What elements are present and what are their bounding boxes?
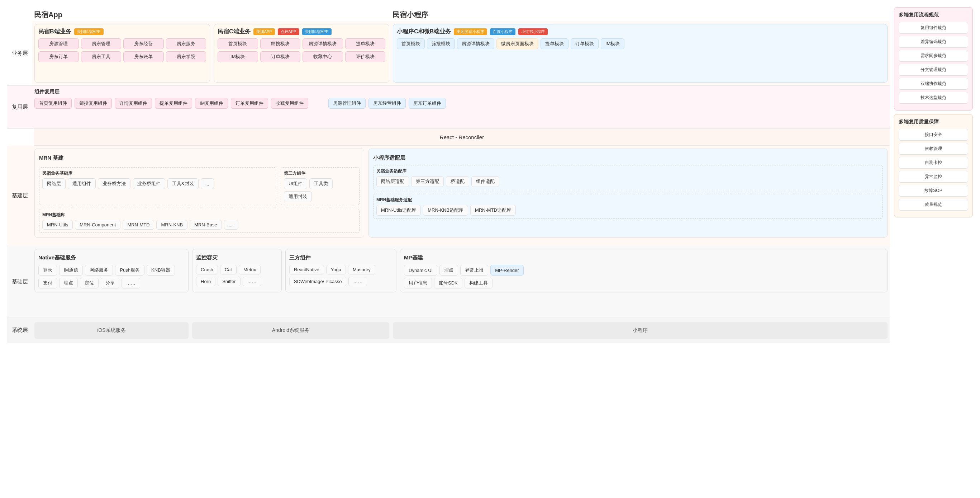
third-base-chip: Masonry [348, 265, 375, 275]
mp-base-chip: 用户信息 [404, 278, 432, 289]
third-party-title: 第三方组件 [284, 171, 356, 177]
native-chip: 登录 [38, 265, 57, 276]
system-mp: 小程序 [393, 322, 888, 339]
b-end-badge: 美团民宿APP [74, 28, 103, 35]
mp-adapt-chip: 组件适配 [471, 176, 499, 187]
norm-item: 差异编码规范 [899, 36, 968, 48]
system-android: Android系统服务 [192, 322, 389, 339]
mp-foundation-title: 小程序适配层 [373, 153, 883, 163]
reuse-chip: 首页复用组件 [34, 98, 72, 109]
reuse-layer-title: 组件复用层 [34, 89, 888, 95]
third-base-chip: SDWebImage/ Picasso [289, 277, 346, 286]
third-chip: UI组件 [284, 178, 307, 189]
foundation-layer-label: 基建层 [7, 146, 32, 246]
biz-lib-chip: 工具&封装 [167, 178, 199, 189]
biz-lib-chip: 通用组件 [68, 178, 96, 189]
mp-base-chip: 埋点 [439, 265, 458, 276]
monitor-chip: Horn [196, 277, 215, 286]
monitor-title: 监控容灾 [196, 253, 278, 263]
quality-item: 依赖管理 [899, 143, 968, 155]
reuse-chip: 详情复用组件 [115, 98, 152, 109]
mp-module-chip: 筛搜模块 [427, 38, 455, 49]
third-chip: 工具类 [309, 178, 332, 189]
mrn-base-chip: MRN-Component [75, 220, 121, 230]
c-badge-3: 美团民宿APP [302, 28, 332, 35]
native-base-title: Native基础服务 [38, 253, 185, 263]
reuse-chip: 收藏复用组件 [271, 98, 308, 109]
b-module-chip: 房源管理 [38, 38, 79, 49]
app-title: 民宿App [34, 10, 217, 20]
norm-item: 需求同步规范 [899, 50, 968, 62]
b-module-chip: 房东管理 [81, 38, 121, 49]
quality-item: 接口安全 [899, 129, 968, 140]
mp-module-chip: 首页模块 [397, 38, 425, 49]
mrn-adapt-chip: MRN-Utils适配库 [376, 205, 421, 215]
reuse-chip: 提单复用组件 [155, 98, 192, 109]
norm-item: 复用组件规范 [899, 22, 968, 34]
monitor-chip: Metrix [239, 265, 261, 275]
native-chip: 埋点 [59, 278, 78, 289]
norms-box-1: 多端复用流程规范 复用组件规范 差异编码规范 需求同步规范 分支管理规范 双端协… [894, 7, 973, 110]
reuse-chip: 筛搜复用组件 [75, 98, 112, 109]
biz-lib-chip: 网络层 [42, 178, 65, 189]
system-layer-label: 系统层 [7, 318, 32, 343]
mp-base-chip: Dynamic UI [404, 265, 437, 276]
mrn-base-chip: MRN-Base [189, 220, 222, 230]
norm-item: 分支管理规范 [899, 64, 968, 76]
b-module-chip: 房东服务 [166, 38, 207, 49]
quality-item: 异常监控 [899, 171, 968, 183]
mp-base-title: MP基建 [404, 253, 884, 263]
mp-badge-1: 美团民宿小程序 [454, 28, 487, 35]
mrn-base-title: MRN基础库 [42, 212, 356, 218]
biz-lib-title: 民宿业务基础库 [42, 171, 274, 177]
mrn-adapt-chip: MRN-MTD适配库 [470, 205, 516, 215]
b-module-chip: 房东工具 [81, 51, 121, 62]
system-ios: iOS系统服务 [34, 322, 189, 339]
c-module-chip: 评价模块 [345, 51, 386, 62]
norms-title-1: 多端复用流程规范 [899, 12, 968, 18]
native-chip: 支付 [38, 278, 57, 289]
mp-adapt-chip: 网络层适配 [376, 176, 409, 187]
quality-item: 质量规范 [899, 199, 968, 211]
third-base-chip: ReactNative [289, 265, 324, 275]
native-chip: KNB容器 [146, 265, 175, 276]
third-party-base-title: 三方组件 [289, 253, 393, 263]
third-base-chip: Yoga [326, 265, 346, 275]
c-module-chip: 房源详情模块 [302, 38, 343, 49]
mp-module-chip: 房源详情模块 [457, 38, 494, 49]
native-chip: …… [121, 278, 140, 289]
reuse-chip-b: 房东经营组件 [369, 98, 406, 109]
mrn-base-chip: MRN-KNB [156, 220, 188, 230]
native-chip: 分享 [101, 278, 119, 289]
b-module-chip: 房东账单 [123, 51, 164, 62]
c-module-chip: 提单模块 [345, 38, 386, 49]
mrn-base-chip: .... [224, 220, 239, 230]
c-end-header: 民宿C端业务 美团APP 点评APP 美团民宿APP [218, 28, 385, 35]
mp-module-chip: 微房东页面模块 [496, 38, 538, 49]
reuse-chip: 订单复用组件 [231, 98, 268, 109]
reuse-layer-label: 复用层 [7, 86, 32, 128]
c-module-chip: 首页模块 [218, 38, 258, 49]
c-badge-1: 美团APP [253, 28, 275, 35]
native-chip: IM通信 [59, 265, 83, 276]
quality-item: 自测卡控 [899, 157, 968, 169]
b-module-chip: 房东经营 [123, 38, 164, 49]
mrn-adapt-chip: MRN-KNB适配库 [423, 205, 468, 215]
c-module-chip: IM模块 [218, 51, 258, 62]
b-end-header: 民宿B端业务 美团民宿APP [38, 28, 206, 35]
business-layer-label: 业务层 [7, 21, 32, 85]
monitor-chip: Crash [196, 265, 218, 275]
mp-module-chip: 订单模块 [571, 38, 598, 49]
mp-biz-header: 小程序C和微B端业务 美团民宿小程序 百度小程序 小红书小程序 [397, 28, 884, 35]
reconciler-label: React - Reconciler [440, 134, 484, 140]
norm-item: 双端协作规范 [899, 78, 968, 90]
mrn-adapt-title: MRN基础服务适配 [376, 197, 880, 203]
b-module-chip: 房东订单 [38, 51, 79, 62]
base-layer-label: 基础层 [7, 246, 32, 318]
c-module-chip: 订单模块 [260, 51, 301, 62]
mp-module-chip: 提单模块 [541, 38, 568, 49]
mp-adapt-chip: 桥适配 [446, 176, 469, 187]
mp-badge-3: 小红书小程序 [518, 28, 548, 35]
norms-box-2: 多端复用质量保障 接口安全 依赖管理 自测卡控 异常监控 故障SOP 质量规范 [894, 114, 973, 217]
biz-lib-chip: ... [201, 178, 214, 189]
